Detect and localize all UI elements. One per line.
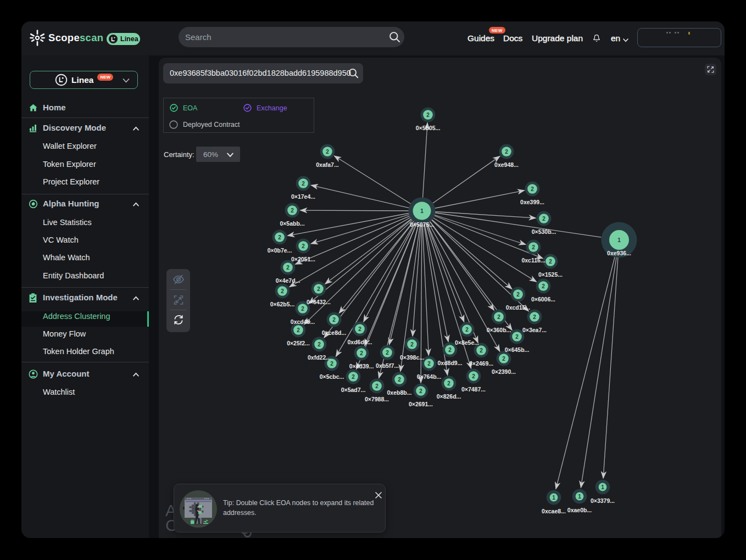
svg-text:0×5ad7...: 0×5ad7... bbox=[341, 387, 366, 393]
svg-text:0×3379...: 0×3379... bbox=[591, 497, 615, 504]
svg-text:0xe948...: 0xe948... bbox=[494, 161, 519, 168]
svg-text:0×4e7d...: 0×4e7d... bbox=[276, 277, 300, 284]
svg-text:2: 2 bbox=[386, 350, 389, 356]
svg-text:2: 2 bbox=[281, 288, 284, 294]
svg-text:0×645b...: 0×645b... bbox=[505, 346, 530, 353]
svg-text:0×5b05...: 0×5b05... bbox=[416, 125, 441, 131]
svg-text:2: 2 bbox=[516, 292, 520, 298]
svg-text:0×0b7e...: 0×0b7e... bbox=[268, 247, 292, 254]
svg-text:2: 2 bbox=[326, 149, 329, 155]
svg-text:1: 1 bbox=[420, 208, 424, 214]
svg-text:0xafa7...: 0xafa7... bbox=[316, 161, 339, 168]
svg-text:2: 2 bbox=[497, 314, 500, 320]
svg-text:0xeb8b...: 0xeb8b... bbox=[387, 389, 412, 396]
svg-text:2: 2 bbox=[472, 373, 475, 379]
svg-text:2: 2 bbox=[318, 341, 321, 348]
svg-text:0xce8d...: 0xce8d... bbox=[322, 329, 346, 336]
svg-text:0×2469...: 0×2469... bbox=[469, 360, 493, 367]
svg-text:1: 1 bbox=[617, 237, 621, 243]
svg-text:0×5075...: 0×5075... bbox=[410, 221, 434, 228]
svg-text:2: 2 bbox=[358, 326, 361, 332]
svg-text:2: 2 bbox=[427, 361, 431, 367]
svg-text:2: 2 bbox=[375, 383, 378, 389]
svg-text:0×2390...: 0×2390... bbox=[492, 368, 516, 375]
svg-text:0×5cbc...: 0×5cbc... bbox=[320, 373, 344, 380]
svg-text:0×1525...: 0×1525... bbox=[538, 271, 563, 278]
svg-text:0×530b...: 0×530b... bbox=[532, 228, 556, 235]
svg-text:0xfd22...: 0xfd22... bbox=[308, 354, 331, 361]
svg-text:2: 2 bbox=[426, 112, 430, 118]
svg-text:0xd8d9...: 0xd8d9... bbox=[438, 360, 463, 366]
svg-text:2: 2 bbox=[502, 356, 505, 362]
svg-text:2: 2 bbox=[302, 243, 305, 249]
svg-text:2: 2 bbox=[542, 216, 545, 222]
svg-text:0xcd15...: 0xcd15... bbox=[506, 304, 530, 311]
svg-text:2: 2 bbox=[549, 259, 552, 265]
svg-text:0×2691...: 0×2691... bbox=[409, 401, 433, 407]
svg-text:2: 2 bbox=[531, 186, 534, 192]
svg-text:0×7487...: 0×7487... bbox=[461, 386, 486, 393]
svg-text:0×4d39...: 0×4d39... bbox=[349, 363, 374, 369]
svg-text:0×25f2...: 0×25f2... bbox=[287, 340, 310, 346]
svg-text:0×17e4...: 0×17e4... bbox=[291, 193, 315, 200]
svg-text:2: 2 bbox=[410, 341, 414, 348]
svg-text:2: 2 bbox=[302, 181, 305, 187]
svg-text:1: 1 bbox=[601, 484, 604, 490]
svg-text:0×3ea7...: 0×3ea7... bbox=[522, 327, 547, 333]
svg-text:0xd6d6...: 0xd6d6... bbox=[348, 339, 372, 345]
svg-text:2: 2 bbox=[332, 317, 336, 323]
svg-text:2: 2 bbox=[291, 208, 294, 214]
svg-text:0×6432...: 0×6432... bbox=[307, 299, 331, 305]
svg-text:1: 1 bbox=[578, 494, 581, 500]
svg-text:0×764b...: 0×764b... bbox=[417, 373, 442, 380]
svg-text:0xae0b...: 0xae0b... bbox=[567, 507, 592, 513]
svg-text:0×7988...: 0×7988... bbox=[365, 396, 389, 402]
svg-text:0×5abb...: 0×5abb... bbox=[280, 220, 304, 227]
svg-text:2: 2 bbox=[447, 380, 450, 387]
svg-text:2: 2 bbox=[317, 286, 320, 292]
svg-text:0xb5f7...: 0xb5f7... bbox=[376, 362, 399, 369]
svg-text:2: 2 bbox=[398, 377, 401, 383]
svg-text:0×2051...: 0×2051... bbox=[291, 256, 315, 262]
svg-text:0xe399...: 0xe399... bbox=[520, 199, 544, 205]
svg-text:2: 2 bbox=[448, 347, 452, 353]
svg-text:2: 2 bbox=[278, 234, 281, 240]
svg-text:0xe936...: 0xe936... bbox=[607, 250, 631, 256]
svg-text:2: 2 bbox=[419, 388, 422, 394]
svg-text:2: 2 bbox=[515, 334, 519, 340]
svg-text:0×6006...: 0×6006... bbox=[531, 296, 555, 303]
svg-text:0xc116...: 0xc116... bbox=[521, 257, 545, 264]
svg-text:2: 2 bbox=[301, 306, 304, 312]
svg-text:2: 2 bbox=[532, 244, 535, 250]
svg-text:0xcd48...: 0xcd48... bbox=[291, 318, 315, 325]
svg-text:2: 2 bbox=[286, 265, 290, 271]
svg-text:0×8e5e...: 0×8e5e... bbox=[455, 339, 479, 346]
svg-text:2: 2 bbox=[480, 348, 483, 354]
svg-text:1: 1 bbox=[552, 495, 555, 501]
svg-text:2: 2 bbox=[360, 350, 363, 356]
svg-text:0×360b...: 0×360b... bbox=[487, 327, 511, 333]
svg-text:0xcae8...: 0xcae8... bbox=[542, 508, 566, 514]
svg-text:2: 2 bbox=[505, 149, 508, 155]
svg-text:2: 2 bbox=[533, 314, 536, 320]
svg-text:0×62b5...: 0×62b5... bbox=[270, 301, 295, 307]
svg-text:2: 2 bbox=[297, 327, 300, 333]
svg-text:2: 2 bbox=[352, 374, 355, 380]
svg-text:0×398c...: 0×398c... bbox=[400, 354, 424, 361]
svg-text:2: 2 bbox=[330, 361, 333, 367]
svg-text:0×826d...: 0×826d... bbox=[437, 393, 461, 400]
svg-text:2: 2 bbox=[465, 327, 469, 333]
svg-text:2: 2 bbox=[542, 283, 545, 289]
